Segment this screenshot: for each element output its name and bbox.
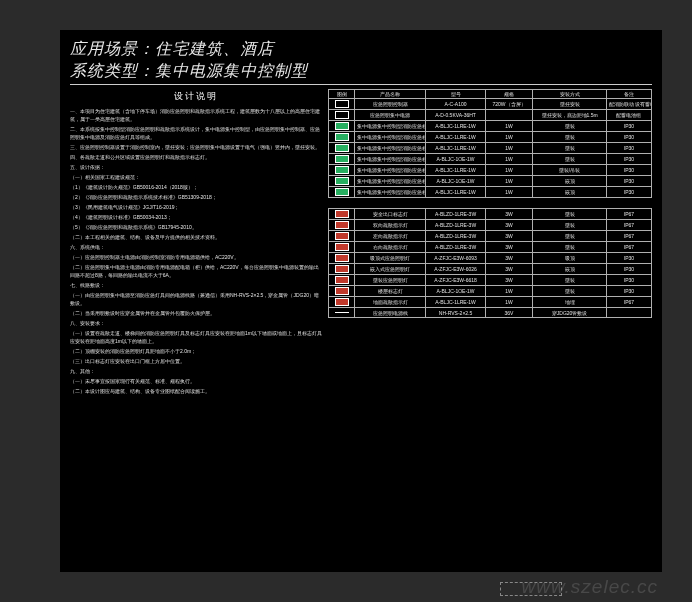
table-cell: IP30 (606, 165, 651, 176)
table-cell: 吸顶 (533, 253, 607, 264)
symbol-cell (329, 286, 355, 297)
symbol-cell (329, 275, 355, 286)
table-cell: A-BLZD-1LRE-3W (426, 231, 485, 242)
table-header-cell: 图例 (329, 90, 355, 99)
table-cell: 1W (485, 143, 533, 154)
equipment-tables-column: 图例产品名称型号规格安装方式备注 应急照明控制器A-C-A100720W（含屏）… (328, 89, 652, 397)
design-note-paragraph: （二）应急照明集中电源主电源由消防专用电源配电箱（柜）供给，AC220V，每台应… (70, 263, 322, 279)
table-cell: 嵌入式应急照明灯 (355, 264, 426, 275)
table-cell: 1W (485, 121, 533, 132)
legend-symbol-icon (335, 210, 349, 218)
equipment-table-a: 图例产品名称型号规格安装方式备注 应急照明控制器A-C-A100720W（含屏）… (328, 89, 652, 198)
table-cell: IP30 (606, 121, 651, 132)
table-cell: A-BLZD-1LRE-3W (426, 242, 485, 253)
cad-drawing-canvas: 应用场景：住宅建筑、酒店 系统类型：集中电源集中控制型 设计说明 一、本项目为住… (60, 30, 662, 572)
table-cell: IP67 (606, 220, 651, 231)
table-row: 集中电源集中控制型消防应急标志灯A-BLJC-1LRE-1W1W壁装IP30 (329, 143, 652, 154)
design-note-paragraph: 四、各疏散走道和公共区域设置应急照明灯和疏散指示标志灯。 (70, 153, 322, 161)
table-cell: 集中电源集中控制型消防应急标志灯 (355, 154, 426, 165)
table-cell: IP30 (606, 132, 651, 143)
table-cell: 壁装 (533, 154, 607, 165)
symbol-cell (329, 253, 355, 264)
design-note-paragraph: （一）设置在疏散走道、楼梯间的消防应急照明灯具及标志灯具应安装在距地面1m以下墙… (70, 329, 322, 345)
table-row: 楼层标志灯A-BLJC-1OE-1W1W壁装IP30 (329, 286, 652, 297)
design-note-paragraph: 七、线路敷设： (70, 281, 322, 289)
table-cell: 720W（含屏） (485, 99, 533, 110)
table-cell: 壁挂安装 (533, 99, 607, 110)
table-cell: 配消防联动 设有蓄电池 (606, 99, 651, 110)
table-cell: 1W (485, 132, 533, 143)
symbol-cell (329, 220, 355, 231)
design-note-paragraph: （1）《建筑设计防火规范》GB50016-2014（2018版）； (70, 183, 322, 191)
table-cell: IP67 (606, 297, 651, 308)
table-cell: A-BLJC-1OE-1W (426, 286, 485, 297)
table-row: 双向疏散指示灯A-BLZD-1LRE-3W3W壁装IP67 (329, 220, 652, 231)
legend-symbol-icon (335, 177, 349, 185)
table-cell: 嵌顶 (533, 176, 607, 187)
table-cell: 3W (485, 220, 533, 231)
table-cell: 1W (485, 297, 533, 308)
table-cell: 3W (485, 253, 533, 264)
scenario-line: 应用场景：住宅建筑、酒店 (70, 38, 652, 60)
symbol-cell (329, 165, 355, 176)
table-row: 安全出口标志灯A-BLZD-1LRE-3W3W壁装IP67 (329, 209, 652, 220)
table-cell: A-ZFJC-E3W-6618 (426, 275, 485, 286)
legend-symbol-icon (335, 232, 349, 240)
legend-symbol-icon (335, 254, 349, 262)
legend-symbol-icon (335, 122, 349, 130)
table-cell: 集中电源集中控制型消防应急标志灯 (355, 132, 426, 143)
legend-symbol-icon (335, 265, 349, 273)
table-cell: NH-RVS-2×2.5 (426, 308, 485, 318)
design-note-paragraph: （一）相关国家工程建设规范： (70, 173, 322, 181)
design-notes-column: 设计说明 一、本项目为住宅建筑（含地下停车场）消防应急照明和疏散指示系统工程，建… (70, 89, 322, 397)
table-cell: 安全出口标志灯 (355, 209, 426, 220)
table-cell: 3W (485, 231, 533, 242)
table-cell: IP30 (606, 187, 651, 198)
table-cell: 右向疏散指示灯 (355, 242, 426, 253)
table-row: 嵌入式应急照明灯A-ZFJC-E3W-60263W嵌顶IP30 (329, 264, 652, 275)
table-cell: 壁装应急照明灯 (355, 275, 426, 286)
table-cell: A-BLJC-1OE-1W (426, 154, 485, 165)
design-note-paragraph: （4）《建筑照明设计标准》GB50034-2013； (70, 213, 322, 221)
table-cell: IP30 (606, 253, 651, 264)
legend-symbol-icon (335, 243, 349, 251)
table-row: 应急照明电源线NH-RVS-2×2.536V穿JDG20管敷设 (329, 308, 652, 318)
content-area: 设计说明 一、本项目为住宅建筑（含地下停车场）消防应急照明和疏散指示系统工程，建… (70, 89, 652, 397)
table-cell: 嵌顶 (533, 264, 607, 275)
symbol-cell (329, 121, 355, 132)
table-cell: 壁装 (533, 286, 607, 297)
legend-symbol-icon (335, 133, 349, 141)
table-cell: 1W (485, 154, 533, 165)
table-cell: A-BLJC-1LRE-1W (426, 143, 485, 154)
design-note-paragraph: 六、系统供电： (70, 243, 322, 251)
table-cell: 1W (485, 286, 533, 297)
legend-symbol-icon (335, 155, 349, 163)
table-row: 集中电源集中控制型消防应急标志灯A-BLJC-1LRE-1W1W壁装/吊装IP3… (329, 165, 652, 176)
table-row: 应急照明集中电源A-D-0.5KVA-36HT壁挂安装，底边距地1.5m配蓄电池… (329, 110, 652, 121)
table-cell: A-C-A100 (426, 99, 485, 110)
table-header-cell: 安装方式 (533, 90, 607, 99)
table-cell: 集中电源集中控制型消防应急标志灯 (355, 187, 426, 198)
design-note-paragraph: 九、其他： (70, 367, 322, 375)
design-note-paragraph: 二、本系统按集中控制型消防应急照明和疏散指示系统设计，集中电源集中控制型，由应急… (70, 125, 322, 141)
table-cell: A-BLJC-1LRE-1W (426, 187, 485, 198)
table-cell: 集中电源集中控制型消防应急标志灯 (355, 176, 426, 187)
table-cell: 壁装 (533, 132, 607, 143)
design-note-paragraph: 五、设计依据： (70, 163, 322, 171)
symbol-cell (329, 231, 355, 242)
table-header-cell: 型号 (426, 90, 485, 99)
table-cell: 左向疏散指示灯 (355, 231, 426, 242)
table-cell: A-BLJC-1LRE-1W (426, 297, 485, 308)
table-cell: 1W (485, 165, 533, 176)
table-row: 集中电源集中控制型消防应急标志灯A-BLJC-1LRE-1W1W壁装IP30 (329, 132, 652, 143)
table-cell (485, 110, 533, 121)
table-row: 集中电源集中控制型消防应急标志灯A-BLJC-1OE-1W1W嵌顶IP30 (329, 176, 652, 187)
legend-symbol-icon (335, 287, 349, 295)
header-divider (70, 84, 652, 85)
table-cell (606, 308, 651, 318)
table-cell: 壁装 (533, 220, 607, 231)
table-cell: 嵌顶 (533, 187, 607, 198)
table-header-cell: 规格 (485, 90, 533, 99)
design-notes-title: 设计说明 (70, 89, 322, 103)
symbol-cell (329, 132, 355, 143)
